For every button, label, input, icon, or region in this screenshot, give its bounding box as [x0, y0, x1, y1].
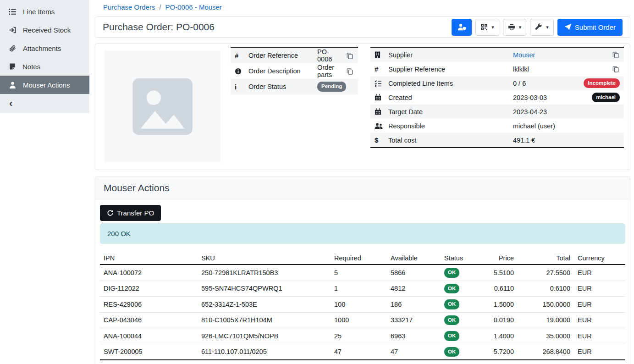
detail-label: Total cost [388, 137, 513, 144]
cell-sku: 611-110.107.011/0205 [198, 344, 331, 360]
printer-icon [508, 23, 515, 31]
status-badge: OK [444, 331, 459, 341]
barcode-actions-button[interactable]: ▾ [475, 19, 499, 36]
detail-value: michael (user) [513, 122, 620, 130]
sidebar-item-attachments[interactable]: Attachments [0, 39, 89, 57]
submit-order-button[interactable]: Submit Order [557, 19, 623, 36]
breadcrumb-link-current-order[interactable]: PO-0006 - Mouser [165, 3, 222, 11]
order-status-badge: Pending [317, 82, 346, 92]
table-row: SWT-200005 611-110.107.011/0205 47 47 OK… [100, 344, 625, 360]
col-header-sku: SKU [198, 252, 331, 265]
cell-required: 1 [331, 281, 387, 297]
cell-sku: 652-3314Z-1-503E [198, 297, 331, 313]
cell-price: 1.4000 [472, 328, 518, 344]
user-icon [9, 81, 17, 89]
copy-button[interactable] [612, 50, 620, 59]
col-header-total: Total [518, 252, 574, 265]
print-actions-button[interactable]: ▾ [503, 19, 527, 36]
detail-label: Order Status [248, 83, 317, 90]
cell-sku: 810-C1005X7R1H104M [198, 312, 331, 328]
detail-row-completed-line-items: Completed Line Items 0 / 6 Incomplete [370, 76, 624, 90]
chevron-down-icon: ▾ [491, 25, 494, 30]
sidebar-item-line-items[interactable]: Line Items [0, 2, 89, 21]
info-icon: i [235, 83, 248, 91]
supplier-thumbnail [105, 50, 221, 162]
order-actions-button[interactable]: ▾ [530, 19, 554, 36]
copy-button[interactable] [346, 67, 354, 76]
cell-price: 1.5000 [472, 297, 518, 313]
transfer-po-button[interactable]: Transfer PO [100, 205, 161, 221]
image-placeholder-icon [125, 69, 200, 144]
detail-label: Order Reference [248, 52, 317, 59]
sign-in-icon [9, 26, 17, 34]
table-row: CAP-043046 810-C1005X7R1H104M 1000 33321… [100, 312, 625, 328]
cell-sku: 250-72981KLRATR150B3 [198, 265, 331, 281]
users-icon [375, 123, 388, 129]
table-row: RES-429006 652-3314Z-1-503E 100 186 OK 1… [100, 297, 625, 313]
cell-sku: 595-SN74HCS74QPWRQ1 [198, 281, 331, 297]
sidebar-item-mouser-actions[interactable]: Mouser Actions [0, 76, 89, 94]
cell-status: OK [441, 281, 472, 297]
sidebar-item-received-stock[interactable]: Received Stock [0, 21, 89, 39]
cell-currency: EUR [574, 312, 625, 328]
status-badge: OK [444, 284, 459, 294]
sidebar-nav: Line Items Received Stock Attachments No… [0, 0, 89, 113]
sidebar-item-label: Notes [22, 63, 40, 71]
page-header-card: Purchase Order: PO-0006 ▾ ▾ ▾ Submit Ord… [95, 17, 630, 38]
status-badge: OK [444, 315, 459, 325]
detail-row-order-reference: # Order Reference PO-0006 [231, 48, 358, 63]
supplier-details-table: Supplier Mouser # Supplier Reference lkl… [370, 47, 624, 148]
admin-button[interactable] [452, 19, 472, 36]
detail-label: Supplier [388, 51, 513, 59]
cell-available: 186 [387, 297, 441, 313]
cell-total: 27.5500 [518, 265, 574, 281]
transfer-po-label: Transfer PO [117, 209, 154, 217]
breadcrumb: Purchase Orders / PO-0006 - Mouser [95, 0, 630, 15]
detail-label: Completed Line Items [388, 80, 513, 87]
detail-row-supplier: Supplier Mouser [370, 48, 624, 62]
cell-status: OK [441, 328, 472, 344]
cell-ipn: ANA-100072 [100, 265, 198, 281]
building-icon [375, 51, 388, 58]
main-content: Purchase Orders / PO-0006 - Mouser Purch… [89, 0, 634, 364]
incomplete-badge: Incomplete [584, 78, 620, 88]
sidebar-collapse-button[interactable]: ‹ [0, 94, 89, 113]
order-details-card: # Order Reference PO-0006 Order Descript… [95, 44, 630, 170]
chevron-down-icon: ▾ [546, 25, 549, 30]
breadcrumb-link-purchase-orders[interactable]: Purchase Orders [103, 3, 155, 11]
cell-required: 25 [331, 328, 387, 344]
detail-value: lklklkl [513, 66, 608, 73]
chevron-down-icon: ▾ [519, 25, 522, 30]
cell-required: 100 [331, 297, 387, 313]
detail-value: 2023-04-23 [513, 108, 620, 116]
parts-table-footer-row: Total 501.0000 [100, 360, 625, 364]
detail-row-created: Created 2023-03-03 michael [370, 90, 624, 105]
qr-code-icon [480, 23, 488, 31]
cell-available: 6963 [387, 328, 441, 344]
cell-required: 5 [331, 265, 387, 281]
col-header-currency: Currency [574, 252, 625, 265]
sidebar-item-label: Attachments [23, 44, 61, 52]
status-badge: OK [444, 347, 459, 357]
copy-button[interactable] [612, 65, 620, 73]
detail-row-order-status: i Order Status Pending [231, 79, 358, 94]
footer-label: Total [100, 360, 198, 364]
cell-status: OK [441, 265, 472, 281]
cell-required: 47 [331, 344, 387, 360]
cell-ipn: SWT-200005 [100, 344, 198, 360]
supplier-link[interactable]: Mouser [513, 51, 535, 59]
sidebar: Line Items Received Stock Attachments No… [0, 0, 89, 364]
cell-status: OK [441, 312, 472, 328]
refresh-icon [107, 210, 114, 216]
status-badge: OK [444, 268, 459, 278]
sidebar-item-notes[interactable]: Notes [0, 57, 89, 76]
sidebar-item-label: Line Items [23, 8, 55, 16]
cell-sku: 926-LMC7101QM5/NOPB [198, 328, 331, 344]
panel-title: Mouser Actions [95, 177, 630, 199]
detail-value: 491.1 € [513, 137, 620, 144]
page-title: Purchase Order: PO-0006 [103, 22, 215, 33]
status-alert: 200 OK [100, 223, 625, 244]
copy-button[interactable] [346, 51, 354, 60]
toolbar: ▾ ▾ ▾ Submit Order [452, 19, 623, 36]
user-badge: michael [592, 93, 620, 103]
